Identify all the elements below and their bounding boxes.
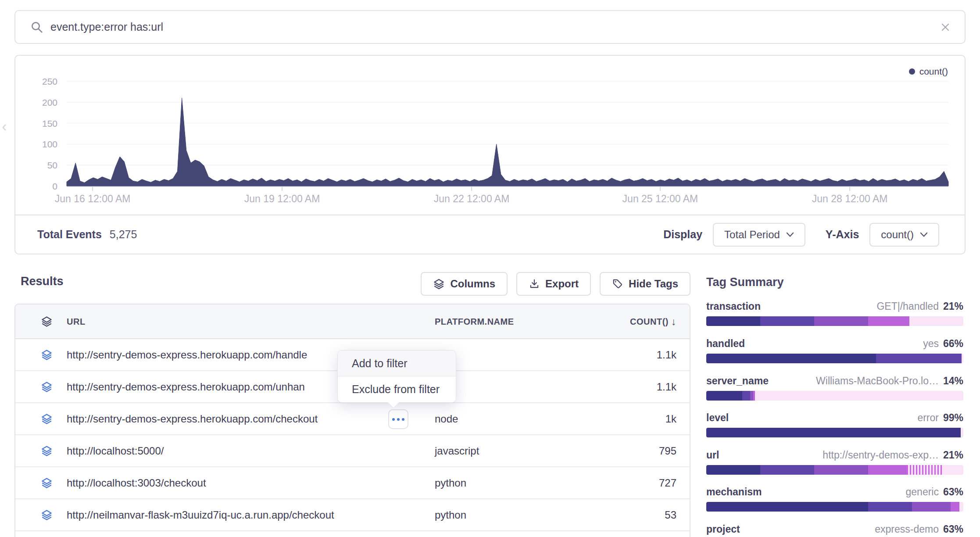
tag-name: mechanism: [706, 486, 762, 498]
display-dropdown-value: Total Period: [724, 229, 780, 241]
columns-button[interactable]: Columns: [421, 272, 508, 296]
count-cell[interactable]: 1.1k: [657, 381, 676, 393]
search-icon: [30, 21, 43, 34]
tag-top-pct: 21%: [943, 301, 963, 312]
count-cell[interactable]: 727: [659, 477, 676, 489]
count-cell[interactable]: 1.1k: [657, 349, 676, 361]
hide-tags-button[interactable]: Hide Tags: [600, 272, 690, 296]
stack-icon[interactable]: [41, 349, 53, 361]
svg-text:Jun 28 12:00 AM: Jun 28 12:00 AM: [812, 193, 888, 204]
tag-top-pct: 66%: [943, 338, 963, 350]
ellipsis-icon: [392, 418, 395, 421]
platform-cell[interactable]: python: [435, 477, 466, 489]
url-cell[interactable]: http://sentry-demos-express.herokuapp.co…: [67, 349, 307, 361]
tag-row-mechanism: mechanism generic 63%: [706, 486, 963, 512]
svg-text:Jun 16 12:00 AM: Jun 16 12:00 AM: [55, 193, 131, 204]
tag-name: level: [706, 412, 729, 424]
stack-icon[interactable]: [41, 381, 53, 393]
stack-icon[interactable]: [41, 315, 53, 327]
tag-summary: Tag Summary transaction GET|/handled 21%…: [706, 276, 963, 537]
column-header-url[interactable]: URL: [67, 316, 86, 326]
events-chart-panel: 050100150200250Jun 16 12:00 AMJun 19 12:…: [14, 55, 966, 254]
ellipsis-icon: [397, 418, 400, 421]
tag-distribution-bar[interactable]: [706, 316, 963, 326]
count-cell[interactable]: 1k: [665, 413, 676, 425]
count-cell[interactable]: 795: [659, 445, 676, 457]
display-label: Display: [663, 228, 702, 241]
columns-button-label: Columns: [450, 278, 495, 290]
sort-desc-icon: ↓: [671, 315, 676, 327]
menu-item-add-to-filter[interactable]: Add to filter: [338, 351, 456, 376]
tag-top-value: Williams-MacBook-Pro.lo…: [816, 375, 939, 387]
table-header: URL PLATFORM.NAME COUNT() ↓: [15, 304, 690, 339]
tag-row-level: level error 99%: [706, 412, 963, 437]
display-dropdown[interactable]: Total Period: [713, 223, 805, 247]
tag-top-value: http://sentry-demos-exp…: [823, 449, 939, 461]
chart-legend[interactable]: count(): [909, 66, 948, 77]
tag-distribution-bar[interactable]: [706, 465, 963, 475]
tag-top-value: express-demo: [875, 523, 939, 535]
stack-icon[interactable]: [41, 413, 53, 425]
svg-text:100: 100: [42, 139, 57, 149]
export-button[interactable]: Export: [516, 272, 591, 296]
panel-collapse-handle[interactable]: ‹: [2, 118, 7, 135]
search-bar: [14, 10, 966, 44]
tag-distribution-bar[interactable]: [706, 391, 963, 401]
tag-distribution-bar[interactable]: [706, 502, 963, 512]
cell-actions-button[interactable]: [388, 409, 408, 429]
stack-icon[interactable]: [41, 509, 53, 521]
results-table: URL PLATFORM.NAME COUNT() ↓ http://sentr…: [14, 304, 690, 537]
count-header-label: COUNT(): [630, 316, 669, 326]
table-row[interactable]: http://neilmanvar-flask-m3uuizd7iq-uc.a.…: [15, 499, 690, 531]
hide-tags-button-label: Hide Tags: [629, 278, 678, 290]
chevron-down-icon: [920, 232, 928, 237]
tag-row-project: project express-demo 63%: [706, 523, 963, 537]
legend-label: count(): [919, 66, 948, 77]
count-cell[interactable]: 53: [665, 509, 676, 521]
tag-name: project: [706, 523, 740, 535]
total-events-label: Total Events: [37, 228, 102, 241]
tag-top-pct: 63%: [943, 486, 963, 498]
tag-row-url: url http://sentry-demos-exp… 21%: [706, 449, 963, 475]
url-cell[interactable]: http://sentry-demos-express.herokuapp.co…: [67, 381, 305, 393]
menu-item-exclude-from-filter[interactable]: Exclude from filter: [338, 376, 456, 402]
tag-name: server_name: [706, 375, 769, 387]
table-row[interactable]: http://localhost:3003/checkout python 72…: [15, 467, 690, 499]
search-input[interactable]: [50, 21, 939, 33]
column-header-count[interactable]: COUNT() ↓: [630, 315, 676, 327]
svg-text:Jun 19 12:00 AM: Jun 19 12:00 AM: [244, 193, 320, 204]
svg-text:200: 200: [42, 97, 57, 107]
tag-summary-title: Tag Summary: [706, 276, 963, 289]
tag-row-handled: handled yes 66%: [706, 338, 963, 363]
tag-icon: [612, 278, 623, 290]
table-row[interactable]: http://sentry-demos-express.herokuapp.co…: [15, 403, 690, 435]
chevron-down-icon: [786, 232, 794, 237]
tag-name: handled: [706, 338, 745, 350]
url-cell[interactable]: http://localhost:5000/: [67, 445, 164, 457]
platform-cell[interactable]: node: [435, 413, 458, 425]
tag-distribution-bar[interactable]: [706, 354, 963, 363]
column-header-platform[interactable]: PLATFORM.NAME: [435, 316, 514, 326]
stack-icon[interactable]: [41, 477, 53, 489]
stack-icon[interactable]: [41, 445, 53, 457]
tag-top-pct: 21%: [943, 449, 963, 461]
svg-text:250: 250: [42, 76, 57, 86]
legend-dot: [909, 68, 915, 75]
url-cell[interactable]: http://neilmanvar-flask-m3uuizd7iq-uc.a.…: [67, 509, 334, 521]
clear-search-icon[interactable]: [939, 21, 951, 33]
tag-distribution-bar[interactable]: [706, 428, 963, 437]
tag-top-pct: 14%: [943, 375, 963, 387]
results-toolbar: Columns Export Hide Tags: [421, 272, 690, 296]
discover-page: ‹ 050100150200250Jun 16 12:00 AMJun 19 1…: [0, 0, 980, 537]
table-row[interactable]: http://localhost:5000/ javascript 795: [15, 435, 690, 467]
url-cell[interactable]: http://localhost:3003/checkout: [67, 477, 206, 489]
url-cell[interactable]: http://sentry-demos-express.herokuapp.co…: [67, 413, 318, 425]
total-events-value: 5,275: [110, 228, 137, 241]
tag-top-value: generic: [906, 486, 939, 498]
tag-top-value: GET|/handled: [876, 301, 939, 312]
yaxis-dropdown[interactable]: count(): [869, 223, 939, 247]
platform-cell[interactable]: python: [435, 509, 466, 521]
platform-cell[interactable]: javascript: [435, 445, 479, 457]
table-row: [15, 531, 690, 537]
stack-icon: [433, 278, 445, 290]
